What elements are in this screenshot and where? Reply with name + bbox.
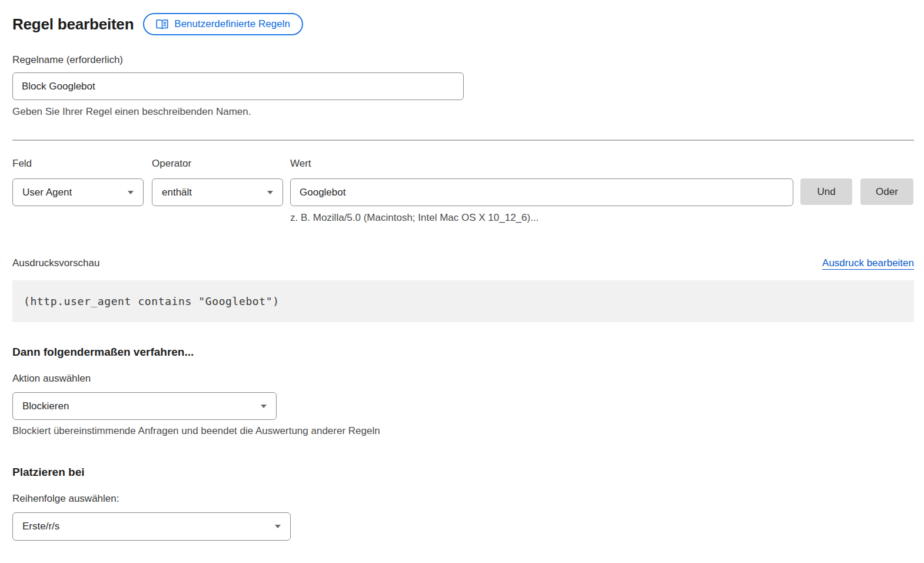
action-section: Dann folgendermaßen verfahren... Aktion … [12,346,914,437]
operator-column: Operator enthält [152,158,283,206]
title-row: Regel bearbeiten Benutzerdefinierte Rege… [12,12,914,36]
expression-preview-box: (http.user_agent contains "Googlebot") [12,280,914,322]
action-heading: Dann folgendermaßen verfahren... [12,346,914,359]
rule-name-section: Regelname (erforderlich) Geben Sie Ihrer… [12,54,914,118]
order-label: Reihenfolge auswählen: [12,493,914,505]
condition-row: Feld User Agent Operator enthält Wert z.… [12,158,914,224]
action-select[interactable]: Blockieren [12,392,277,420]
operator-select-value: enthält [162,187,192,198]
rule-name-input[interactable] [12,72,464,100]
placement-heading: Platzieren bei [12,466,914,479]
action-label: Aktion auswählen [12,373,914,385]
order-select-value: Erste/r/s [22,521,59,532]
value-column: Wert z. B. Mozilla/5.0 (Macintosh; Intel… [290,158,793,224]
chevron-down-icon [275,525,281,528]
operator-select[interactable]: enthält [152,178,283,206]
and-button[interactable]: Und [800,178,852,205]
field-label: Feld [12,158,144,170]
field-column: Feld User Agent [12,158,144,206]
chevron-down-icon [261,405,267,408]
page-title: Regel bearbeiten [12,15,134,34]
rule-editor-page: Regel bearbeiten Benutzerdefinierte Rege… [0,0,924,563]
or-button[interactable]: Oder [860,178,913,205]
rule-name-help: Geben Sie Ihrer Regel einen beschreibend… [12,106,914,118]
chevron-down-icon [267,191,273,194]
connector-buttons: Und Oder [800,178,913,205]
action-select-value: Blockieren [22,400,69,412]
value-help: z. B. Mozilla/5.0 (Macintosh; Intel Mac … [290,212,793,224]
value-input[interactable] [290,178,793,206]
expression-section: Ausdrucksvorschau Ausdruck bearbeiten (h… [12,257,914,322]
section-divider [12,140,914,141]
chevron-down-icon [128,191,134,194]
custom-rules-docs-button[interactable]: Benutzerdefinierte Regeln [143,13,303,35]
action-help: Blockiert übereinstimmende Anfragen und … [12,425,914,437]
operator-label: Operator [152,158,283,170]
field-select[interactable]: User Agent [12,178,144,206]
value-label: Wert [290,158,793,170]
placement-section: Platzieren bei Reihenfolge auswählen: Er… [12,466,914,541]
field-select-value: User Agent [22,187,72,198]
expression-code: (http.user_agent contains "Googlebot") [24,295,280,307]
expression-preview-label: Ausdrucksvorschau [12,257,99,269]
order-select[interactable]: Erste/r/s [12,512,291,541]
expression-header: Ausdrucksvorschau Ausdruck bearbeiten [12,257,914,269]
custom-rules-docs-label: Benutzerdefinierte Regeln [174,18,290,30]
rule-name-label: Regelname (erforderlich) [12,54,914,66]
open-book-icon [156,19,168,30]
edit-expression-link[interactable]: Ausdruck bearbeiten [822,257,914,269]
